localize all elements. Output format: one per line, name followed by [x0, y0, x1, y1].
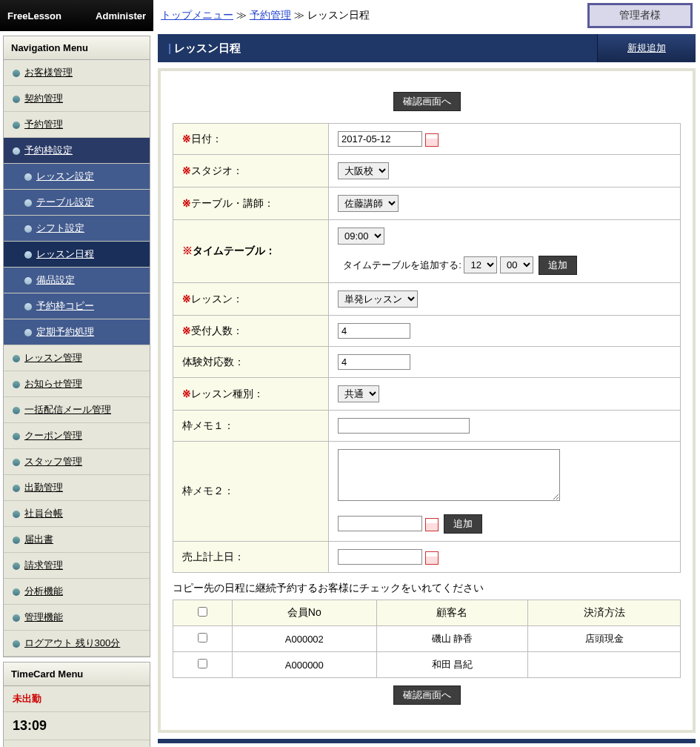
form-panel: 確認画面へ ※日付： ※スタジオ： 大阪校 ※テーブル・講師： 佐藤講師 ※タイ…	[158, 68, 696, 733]
bullet-icon	[24, 277, 32, 285]
page-header: |レッスン日程 新規追加	[158, 34, 696, 62]
nav-title: Navigation Menu	[4, 36, 150, 60]
sales-date-input[interactable]	[338, 549, 422, 565]
bullet-icon	[13, 537, 20, 544]
bullet-icon	[24, 303, 32, 311]
sub-shift-set[interactable]: シフト設定	[4, 216, 150, 242]
trial-input[interactable]	[338, 354, 410, 370]
bullet-icon	[13, 485, 20, 492]
nav-analysis[interactable]: 分析機能	[4, 579, 150, 605]
bullet-icon	[13, 407, 20, 414]
sub-lesson-set[interactable]: レッスン設定	[4, 164, 150, 190]
calendar-icon[interactable]	[425, 518, 439, 531]
table-row: A000000 和田 昌紀	[173, 652, 681, 678]
logo-left: FreeLesson	[7, 10, 61, 21]
nav-logout[interactable]: ログアウト 残り300分	[4, 631, 150, 657]
bullet-icon	[24, 225, 32, 233]
customer-table: 会員No 顧客名 決済方法 A000002 磯山 静香 店頭現金 A000000…	[173, 600, 681, 678]
bullet-icon	[13, 614, 20, 622]
table-row: A000002 磯山 静香 店頭現金	[173, 626, 681, 652]
lesson-label: レッスン：	[191, 293, 243, 305]
trial-label: 体験対応数：	[182, 356, 244, 368]
studio-select[interactable]: 大阪校	[338, 162, 389, 179]
sub-recurring[interactable]: 定期予約処理	[4, 319, 150, 345]
nav-lessonmgr[interactable]: レッスン管理	[4, 345, 150, 371]
calendar-icon[interactable]	[425, 551, 439, 565]
type-label: レッスン種別：	[191, 388, 264, 399]
col-pay: 決済方法	[528, 600, 681, 626]
sub-table-set[interactable]: テーブル設定	[4, 190, 150, 216]
cell-memberno: A000000	[233, 652, 377, 678]
teacher-label: テーブル・講師：	[191, 197, 274, 209]
logo-box: FreeLesson Administer	[0, 0, 153, 31]
nav-coupon[interactable]: クーポン管理	[4, 423, 150, 449]
timecard-status: 未出勤	[4, 686, 150, 712]
col-memberno: 会員No	[233, 600, 377, 626]
breadcrumb: トップメニュー ≫ 予約管理 ≫ レッスン日程	[161, 9, 370, 22]
nav-report[interactable]: 届出書	[4, 527, 150, 553]
date-input[interactable]	[338, 131, 422, 147]
cell-pay: 店頭現金	[528, 626, 681, 652]
cell-memberno: A000002	[233, 626, 377, 652]
memo2-label: 枠メモ２：	[182, 485, 234, 497]
sub-note-set[interactable]: 備品設定	[4, 268, 150, 293]
bullet-icon	[13, 511, 20, 518]
lesson-select[interactable]: 単発レッスン	[338, 290, 418, 308]
nav-ledger[interactable]: 社員台帳	[4, 501, 150, 527]
timetable-add-button[interactable]: 追加	[539, 256, 577, 275]
nav-news[interactable]: お知らせ管理	[4, 371, 150, 397]
memo1-input[interactable]	[338, 418, 470, 434]
nav-customer[interactable]: お客様管理	[4, 60, 150, 86]
cell-pay	[528, 652, 681, 678]
sub-slot-copy[interactable]: 予約枠コピー	[4, 293, 150, 319]
bullet-icon	[24, 329, 32, 336]
sales-label: 売上計上日：	[182, 551, 244, 562]
timecard-time: 13:09	[4, 712, 150, 740]
row-check[interactable]	[198, 633, 207, 643]
sub-schedule[interactable]: レッスン日程	[4, 242, 150, 268]
cell-name: 和田 昌紀	[376, 652, 528, 678]
confirm-button-bottom[interactable]: 確認画面へ	[393, 685, 461, 705]
bottom-bar	[158, 739, 696, 743]
nav-staff[interactable]: スタッフ管理	[4, 449, 150, 475]
breadcrumb-top[interactable]: トップメニュー	[161, 9, 233, 21]
cap-input[interactable]	[338, 323, 410, 339]
type-select[interactable]: 共通	[338, 385, 379, 402]
nav-slot[interactable]: 予約枠設定	[4, 138, 150, 164]
studio-label: スタジオ：	[191, 165, 243, 176]
nav-mail[interactable]: 一括配信メール管理	[4, 397, 150, 423]
bullet-icon	[13, 381, 20, 388]
bullet-icon	[13, 122, 20, 129]
nav-reserve[interactable]: 予約管理	[4, 112, 150, 138]
nav-admin[interactable]: 管理機能	[4, 605, 150, 631]
nav-bill[interactable]: 請求管理	[4, 553, 150, 579]
bullet-icon	[13, 355, 20, 362]
new-button[interactable]: 新規追加	[597, 34, 696, 62]
bullet-icon	[13, 562, 20, 570]
date-label: 日付：	[191, 133, 222, 145]
memo2-add-button[interactable]: 追加	[444, 514, 482, 534]
bullet-icon	[24, 173, 32, 181]
customer-note: コピー先の日程に継続予約するお客様にチェックをいれてください	[173, 582, 681, 595]
calendar-icon[interactable]	[425, 133, 439, 147]
breadcrumb-l1[interactable]: 予約管理	[250, 9, 291, 21]
bullet-icon	[13, 640, 20, 648]
timetable-hh-select[interactable]: 12	[464, 256, 497, 273]
timetable-mm-select[interactable]: 00	[500, 256, 533, 273]
col-name: 顧客名	[376, 600, 528, 626]
timecard-title: TimeCard Menu	[4, 663, 150, 686]
memo2-date-input[interactable]	[338, 516, 422, 531]
cap-label: 受付人数：	[191, 325, 243, 336]
timetable-add-text: タイムテーブルを追加する:	[343, 259, 461, 270]
nav-attend[interactable]: 出勤管理	[4, 475, 150, 501]
bullet-icon	[13, 70, 20, 77]
nav-contract[interactable]: 契約管理	[4, 86, 150, 112]
row-check[interactable]	[198, 659, 207, 668]
timetable-time-select[interactable]: 09:00	[338, 228, 384, 245]
check-all[interactable]	[198, 607, 207, 617]
teacher-select[interactable]: 佐藤講師	[338, 195, 399, 212]
memo2-textarea[interactable]	[338, 449, 560, 501]
confirm-button-top[interactable]: 確認画面へ	[393, 92, 461, 111]
bullet-icon	[13, 147, 20, 155]
bullet-icon	[24, 199, 32, 207]
